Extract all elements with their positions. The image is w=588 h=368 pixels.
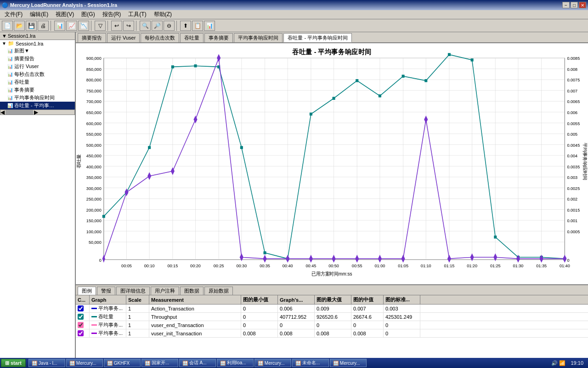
svg-text:0.0075: 0.0075 (567, 78, 580, 82)
row-checkbox[interactable] (76, 329, 90, 337)
open-btn[interactable]: 📂 (14, 21, 25, 31)
legend-row-2: 平均事务... 1 vuser_end_Transaction 0 0 0 0 … (76, 321, 588, 329)
taskbar-item-7[interactable]: 🪟未命名... (292, 359, 329, 367)
bottom-tab-4[interactable]: 图数据 (180, 287, 204, 295)
svg-text:0.0055: 0.0055 (567, 121, 580, 126)
svg-text:0.0025: 0.0025 (567, 186, 580, 190)
tree-item[interactable]: 📊 每秒点击次数 (0, 70, 75, 78)
tree-item[interactable]: 📊 吞吐量 - 平均事… (0, 102, 75, 109)
scroll-thumb[interactable] (6, 110, 33, 115)
taskbar-item-4[interactable]: 🪟会话 A... (179, 359, 216, 367)
row-checkbox[interactable] (76, 305, 90, 312)
bottom-tab-2[interactable]: 图详细信息 (116, 287, 150, 295)
svg-text:01:40: 01:40 (560, 263, 570, 268)
taskbar-item-6[interactable]: 🪟Mercury... (254, 359, 291, 367)
svg-rect-106 (171, 65, 174, 68)
graph-btn[interactable]: 📊 (204, 21, 215, 31)
tree-item[interactable]: 📊 事务摘要 (0, 86, 75, 94)
svg-text:00:55: 00:55 (352, 263, 362, 268)
bottom-tab-5[interactable]: 原始数据 (204, 287, 233, 295)
chart3-btn[interactable]: 📉 (78, 21, 89, 31)
svg-text:450,000: 450,000 (86, 154, 102, 158)
svg-text:0.0065: 0.0065 (567, 99, 580, 104)
taskbar-item-0[interactable]: 🪟Java - l... (28, 359, 65, 367)
zoom-btn[interactable]: 🔍 (140, 21, 151, 31)
chart1-btn[interactable]: 📊 (54, 21, 65, 31)
left-panel-scrollbar[interactable]: ◀ ▶ (0, 109, 75, 115)
menu-item[interactable]: 图(G) (78, 10, 98, 19)
taskbar-item-3[interactable]: 🪟国家开... (141, 359, 178, 367)
svg-text:吞吐量 - 平均事务响应时间: 吞吐量 - 平均事务响应时间 (292, 47, 372, 55)
undo-btn[interactable]: ↩ (111, 21, 122, 31)
redo-btn[interactable]: ↪ (123, 21, 134, 31)
tree-item[interactable]: 📊 平均事务响应时间 (0, 94, 75, 102)
tree-collapse-icon[interactable]: ▼ (2, 33, 7, 39)
taskbar-item-1[interactable]: 🪟Mercury... (66, 359, 103, 367)
taskbar-item-5[interactable]: 🪟利用loa... (217, 359, 254, 367)
menu-item[interactable]: 文件(F) (1, 10, 26, 19)
tab-1[interactable]: 运行 Vuser (107, 33, 140, 42)
menu-item[interactable]: 编辑(E) (26, 10, 52, 19)
svg-rect-2 (104, 58, 565, 259)
tree-item[interactable]: 📊 吞吐量 (0, 78, 75, 86)
tab-5[interactable]: 平均事务响应时间 (234, 33, 283, 42)
svg-text:600,000: 600,000 (86, 121, 102, 126)
svg-text:0.0035: 0.0035 (567, 164, 580, 169)
import-btn[interactable]: 📋 (192, 21, 203, 31)
svg-rect-113 (333, 97, 335, 100)
row-max: 926520.6 (315, 313, 351, 321)
new-btn[interactable]: 📄 (2, 21, 13, 31)
svg-text:300,000: 300,000 (86, 186, 102, 190)
row-scale: 1 (126, 329, 149, 337)
taskbar-item-8[interactable]: 🪟Mercury... (330, 359, 367, 367)
tab-bar: 摘要报告运行 Vuser每秒点击次数吞吐量事务摘要平均事务响应时间吞吐量 - 平… (76, 32, 588, 43)
svg-text:0: 0 (567, 258, 569, 263)
tree-root[interactable]: ▼ 📁 Session1.lra (0, 40, 75, 47)
tab-0[interactable]: 摘要报告 (78, 33, 106, 42)
bottom-tab-0[interactable]: 图例 (78, 287, 96, 295)
menu-item[interactable]: 视图(V) (52, 10, 78, 19)
start-button[interactable]: ⊞ start (1, 359, 26, 367)
print-btn[interactable]: 🖨 (38, 21, 49, 31)
row-checkbox[interactable] (76, 321, 90, 329)
svg-text:01:25: 01:25 (490, 263, 501, 268)
col-std: 图的标准... (384, 295, 420, 304)
svg-text:01:35: 01:35 (536, 263, 547, 268)
export-btn[interactable]: ⬆ (180, 21, 191, 31)
save-btn[interactable]: 💾 (26, 21, 37, 31)
svg-text:750,000: 750,000 (86, 89, 102, 93)
menu-item[interactable]: 报告(R) (99, 10, 125, 19)
tab-6[interactable]: 吞吐量 - 平均事务响应时间 (283, 33, 352, 42)
zoomin-btn[interactable]: 🔎 (152, 21, 163, 31)
taskbar-item-label: Mercury... (265, 361, 285, 366)
svg-text:200,000: 200,000 (86, 208, 102, 213)
tree-item[interactable]: 📊 新图▼ (0, 47, 75, 55)
title-bar-controls: − □ ✕ (562, 2, 586, 8)
tree-item[interactable]: 📊 摘要报告 (0, 55, 75, 63)
row-min: 0 (241, 321, 278, 329)
minimize-button[interactable]: − (562, 2, 570, 8)
chart2-btn[interactable]: 📈 (66, 21, 77, 31)
svg-text:01:05: 01:05 (398, 263, 408, 268)
col-graph: Graph (90, 295, 126, 304)
taskbar-item-icon: 🪟 (333, 361, 339, 366)
filter-btn[interactable]: ▽ (95, 21, 106, 31)
row-checkbox[interactable] (76, 313, 90, 321)
taskbar-item-2[interactable]: 🪟GKHFX (104, 359, 141, 367)
tab-2[interactable]: 每秒点击次数 (141, 33, 179, 42)
bottom-tab-1[interactable]: 警报 (97, 287, 115, 295)
menu-item[interactable]: 工具(T) (124, 10, 150, 19)
close-button[interactable]: ✕ (579, 2, 586, 8)
menu-item[interactable]: 帮助(Z) (150, 10, 175, 19)
tab-4[interactable]: 事务摘要 (204, 33, 233, 42)
tree-item[interactable]: 📊 运行 Vuser (0, 63, 75, 70)
row-graph: 平均事务... (90, 321, 126, 329)
svg-text:0.0015: 0.0015 (567, 208, 580, 213)
col-checkbox: C... (76, 295, 90, 304)
zoomout-btn[interactable]: ⊖ (164, 21, 175, 31)
tab-3[interactable]: 吞吐量 (180, 33, 204, 42)
menu-bar: 文件(F)编辑(E)视图(V)图(G)报告(R)工具(T)帮助(Z) (0, 10, 588, 19)
bottom-tab-3[interactable]: 用户注释 (151, 287, 179, 295)
row-median: 0 (351, 321, 384, 329)
maximize-button[interactable]: □ (571, 2, 578, 8)
